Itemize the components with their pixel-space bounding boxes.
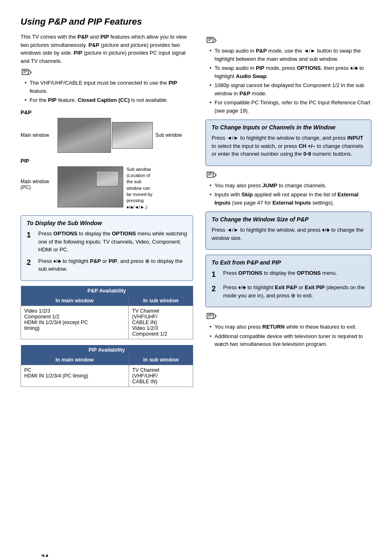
pp-main-cell: Video 1/2/3Component 1/2HDMI IN 1/2/3/4 … <box>21 306 129 339</box>
to-display-sub-steps: 1 Press OPTIONS to display the OPTIONS m… <box>27 230 187 273</box>
to-exit-steps: 1 Press OPTIONS to display the OPTIONS m… <box>212 269 365 299</box>
pip-sub-cell: TV Channel(VHF/UHF/CABLE IN) <box>129 365 193 387</box>
exit-step-1: 1 Press OPTIONS to display the OPTIONS m… <box>212 269 365 280</box>
exit-step-2: 2 Press ♦/♣ to highlight Exit P&P or Exi… <box>212 283 365 299</box>
to-change-window-size-text: Press ◄/► to highlight the window, and p… <box>212 226 365 242</box>
pp-diagram: Main window Sub window <box>21 118 193 153</box>
note-icon-2 <box>205 36 371 45</box>
exit-step-2-num: 2 <box>212 283 219 299</box>
note-icon-3 <box>205 171 371 180</box>
pip-diagram: Main window (PC) Sub window(Location oft… <box>21 166 193 211</box>
pip-col1-header: In main window <box>21 355 129 365</box>
pp-sub-image <box>112 122 153 149</box>
exit-step-1-text: Press OPTIONS to display the OPTIONS men… <box>223 269 365 280</box>
exit-step-1-num: 1 <box>212 269 219 280</box>
main-window-label: Main window <box>21 132 58 138</box>
step-1-text: Press OPTIONS to display the OPTIONS men… <box>38 230 187 254</box>
note-list-1: The VHF/UHF/CABLE input must be connecte… <box>21 79 193 104</box>
pp-availability-table: P&P Availability In main window In sub w… <box>21 286 193 339</box>
pip-availability-table: PIP Availability In main window In sub w… <box>21 345 193 387</box>
pp-table-title: P&P Availability <box>21 286 193 296</box>
step-2-num: 2 <box>27 257 34 273</box>
pip-label: PIP <box>21 158 193 164</box>
to-change-window-size-title: To Change the Window Size of P&P <box>212 216 365 223</box>
pp-col1-header: In main window <box>21 296 129 306</box>
pp-table-row: Video 1/2/3Component 1/2HDMI IN 1/2/3/4 … <box>21 306 193 339</box>
note-icon-1 <box>21 68 193 77</box>
step-2: 2 Press ♦/♣ to highlight P&P or PIP, and… <box>27 257 187 273</box>
exit-note-list: You may also press RETURN while in these… <box>205 323 371 348</box>
note-icon-4 <box>205 312 371 321</box>
pip-table-row: PCHDMI IN 1/2/3/4 (PC timing) TV Channel… <box>21 365 193 387</box>
to-change-inputs-text: Press ◄/► to highlight the window to cha… <box>212 134 365 158</box>
pip-main-label: Main window (PC) <box>21 166 58 190</box>
page-number: 34 <box>41 554 48 557</box>
pip-main-cell: PCHDMI IN 1/2/3/4 (PC timing) <box>21 365 129 387</box>
change-inputs-note-list: You may also press JUMP to change channe… <box>205 182 371 207</box>
to-display-sub-section: To Display the Sub Window 1 Press OPTION… <box>21 215 193 281</box>
pp-col2-header: In sub window <box>129 296 193 306</box>
pip-col2-header: In sub window <box>129 355 193 365</box>
to-change-inputs-section: To Change Inputs or Channels in the Wind… <box>205 120 371 166</box>
sub-window-label: Sub window <box>155 132 182 138</box>
pip-table-title: PIP Availability <box>21 345 193 355</box>
pp-main-image <box>58 118 111 153</box>
pip-main-image <box>58 166 123 207</box>
exit-step-2-text: Press ♦/♣ to highlight Exit P&P or Exit … <box>223 283 365 299</box>
pip-sub-note: Sub window(Location ofthe subwindow canb… <box>127 166 152 211</box>
to-change-inputs-title: To Change Inputs or Channels in the Wind… <box>212 124 365 131</box>
step-1-num: 1 <box>27 230 34 254</box>
right-note-list: To swap audio in P&P mode, use the ◄/► b… <box>205 47 371 115</box>
pip-sub-image <box>96 171 119 186</box>
to-exit-title: To Exit from P&P and PIP <box>212 259 365 266</box>
page-title: Using P&P and PIP Features <box>21 16 371 27</box>
step-2-text: Press ♦/♣ to highlight P&P or PIP, and p… <box>38 257 187 273</box>
to-change-window-size-section: To Change the Window Size of P&P Press ◄… <box>205 212 371 250</box>
pp-sub-cell: TV Channel(VHF/UHF/CABLE IN)Video 1/2/3C… <box>129 306 193 339</box>
to-exit-section: To Exit from P&P and PIP 1 Press OPTIONS… <box>205 255 371 307</box>
to-display-sub-title: To Display the Sub Window <box>27 220 187 226</box>
intro-text: This TV comes with the P&P and PIP featu… <box>21 33 193 65</box>
step-1: 1 Press OPTIONS to display the OPTIONS m… <box>27 230 187 254</box>
pp-label: P&P <box>21 109 193 115</box>
